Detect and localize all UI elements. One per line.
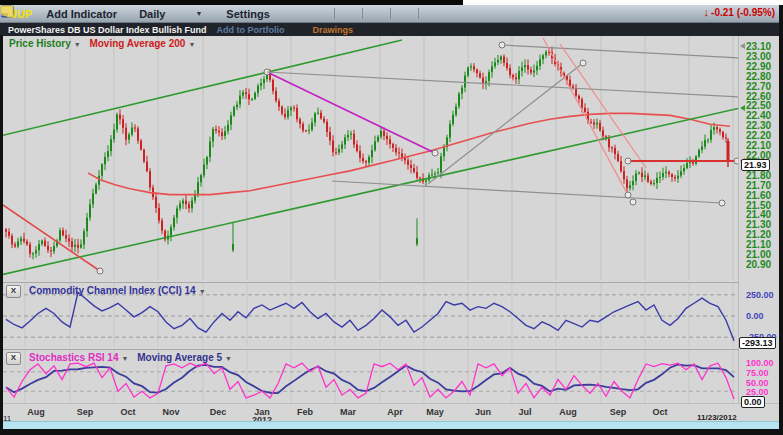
candle-body [635,173,637,181]
period-dropdown[interactable]: Daily [139,8,165,20]
drawings-menu[interactable]: Drawings [313,25,354,35]
price-chart-panel[interactable]: Price History▼ Moving Average 200▼ [3,36,738,280]
add-indicator-button[interactable]: Add Indicator [46,8,117,20]
candle-body [182,201,184,204]
magenta-trendline-handle[interactable] [432,150,438,156]
candle-body [224,131,226,136]
candlestick-chart[interactable] [3,36,738,280]
red-downtrend-line[interactable] [3,203,100,271]
candle-body [656,178,658,183]
candle-body [230,115,232,124]
candle-body [461,88,463,94]
alarm-clock-icon[interactable] [292,7,306,20]
x-axis-month-label: Feb [297,407,313,417]
gray-top-line[interactable] [502,45,738,58]
candle-body [215,129,217,131]
price-axis[interactable]: 21.93 -293.13 0.00 23.1023.0022.9022.802… [738,36,780,421]
gray-support-line-handle[interactable] [630,199,636,205]
candle-body [17,241,19,246]
candle-body [638,173,640,174]
candle-body [707,140,709,141]
candle-body [629,185,631,188]
candle-body [419,178,421,179]
twitter-icon[interactable] [341,7,355,20]
candle-body [488,72,490,81]
toolbar-separator [418,8,419,19]
candle-body [191,201,193,209]
cci-dropdown[interactable]: Commodity Channel Index (CCI) 14 [29,285,196,296]
current-cci-box: -293.13 [739,337,776,349]
chevron-down-icon[interactable]: ▼ [74,41,81,48]
close-stochastics-panel-button[interactable]: X [6,352,21,365]
candle-body [320,113,322,119]
chevron-down-icon[interactable]: ▼ [121,355,128,362]
candle-body [689,162,691,163]
candle-body [53,246,55,251]
gray-top-line-handle[interactable] [499,42,505,48]
close-cci-panel-button[interactable]: X [6,285,21,298]
cube-icon[interactable] [313,7,327,20]
candle-body [74,245,76,247]
gray-rising-line-handle[interactable] [580,60,586,66]
candle-body [530,70,532,73]
price-tick-label: 20.90 [746,259,771,270]
candle-body [278,101,280,107]
candle-body [524,65,526,67]
candle-body [92,193,94,204]
gray-support-line[interactable] [332,181,722,203]
cci-indicator-panel[interactable]: X Commodity Channel Index (CCI) 14▼ [3,282,738,348]
candle-body [374,141,376,150]
note-icon[interactable] [425,7,439,20]
chevron-down-icon[interactable]: ▼ [225,355,232,362]
x-axis-month-label: Mar [340,407,356,417]
chevron-down-icon[interactable]: ▼ [188,41,195,48]
candle-body [407,160,409,164]
candle-body [653,183,655,184]
cci-tick-label: 250.00 [746,290,774,300]
magenta-trendline[interactable] [267,72,435,153]
camera-icon[interactable] [397,7,411,20]
candle-body [611,147,613,148]
bottom-border [0,429,783,435]
stoch-rsi-line [6,363,734,399]
stochastics-indicator-panel[interactable]: X Stochastics RSI 14▼ Moving Average 5▼ [3,349,738,404]
moving-average-5-dropdown[interactable]: Moving Average 5 [137,352,222,363]
candle-body [509,68,511,75]
gray-support-line-handle[interactable] [719,200,725,206]
candle-body [293,108,295,109]
candle-body [197,182,199,194]
candle-body [275,91,277,101]
candle-body [329,132,331,140]
candle-body [50,250,52,251]
candle-body [38,244,40,250]
candle-body [284,114,286,117]
moving-average-200-dropdown[interactable]: Moving Average 200 [89,38,185,49]
candle-body [473,66,475,69]
stochastics-rsi-dropdown[interactable]: Stochastics RSI 14 [29,352,118,363]
candle-body [65,235,67,238]
candle-body [314,113,316,122]
candle-body [578,96,580,99]
gray-resistance-from-jan-peak[interactable] [267,72,738,97]
candle-body [539,59,541,66]
red-horizontal-line-handle[interactable] [625,158,631,164]
add-to-portfolio-link[interactable]: Add to Portfolio [217,25,285,35]
salmon-channel-line-1-handle[interactable] [625,192,631,198]
symbol-info-bar: PowerShares DB US Dollar Index Bullish F… [0,23,783,36]
settings-button[interactable]: Settings [226,8,269,20]
candle-body [497,60,499,63]
candle-body [26,241,28,244]
candle-body [140,141,142,150]
price-history-dropdown[interactable]: Price History [9,38,71,49]
stoch-tick-label: 75.00 [746,368,769,378]
chevron-down-icon[interactable]: ▼ [199,288,206,295]
red-downtrend-line-handle[interactable] [97,268,103,274]
candle-body [8,232,10,236]
candle-body [200,175,202,182]
chevron-down-icon[interactable]: ▼ [195,10,202,17]
facebook-icon[interactable]: f [369,7,383,20]
candle-body [368,157,370,163]
candle-body [158,208,160,220]
candle-body [392,144,394,148]
change-value: -0.21 (-0.95%) [711,7,775,18]
